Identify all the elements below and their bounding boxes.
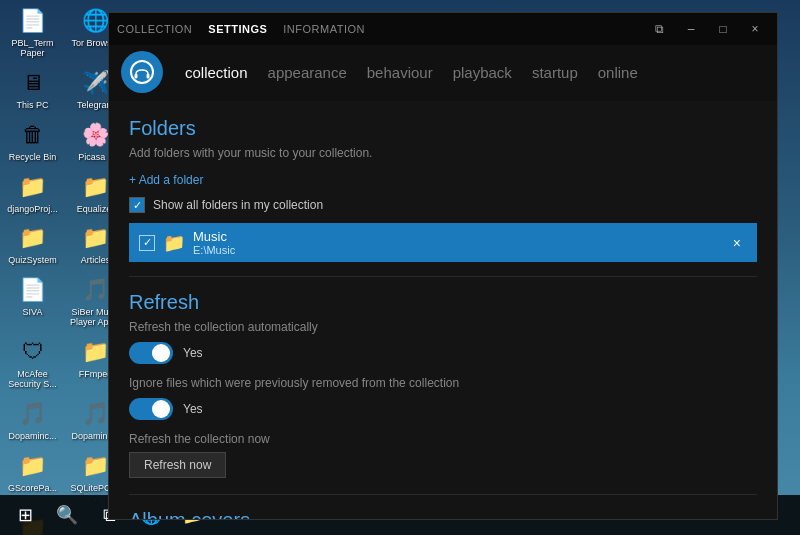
folder-name: Music — [193, 229, 727, 244]
headphones-icon — [129, 59, 155, 85]
folders-section: Folders Add folders with your music to y… — [129, 117, 757, 262]
auto-refresh-desc: Refresh the collection automatically — [129, 320, 757, 334]
ignore-toggle-label: Yes — [183, 402, 203, 416]
folders-section-title: Folders — [129, 117, 757, 140]
tab-collection[interactable]: COLLECTION — [117, 23, 192, 35]
nav-item-online[interactable]: online — [588, 60, 648, 85]
folder-row-music[interactable]: 📁 Music E:\Music × — [129, 223, 757, 262]
title-bar-controls: ⧉ – □ × — [645, 19, 769, 39]
app-window: COLLECTION SETTINGS INFORMATION ⧉ – □ × — [108, 12, 778, 520]
auto-refresh-toggle[interactable] — [129, 342, 173, 364]
ignore-files-toggle[interactable] — [129, 398, 173, 420]
album-covers-section: Album covers Download missing album cove… — [129, 509, 757, 519]
show-all-checkbox[interactable] — [129, 197, 145, 213]
toggle-knob — [152, 344, 170, 362]
app-logo — [121, 51, 163, 93]
auto-refresh-toggle-row: Yes — [129, 342, 757, 364]
folder-checkbox[interactable] — [139, 235, 155, 251]
refresh-section-title: Refresh — [129, 291, 757, 314]
desktop-icon-siva[interactable]: 📄 SIVA — [5, 274, 60, 328]
nav-item-playback[interactable]: playback — [443, 60, 522, 85]
show-all-checkbox-row: Show all folders in my collection — [129, 197, 757, 213]
tab-settings[interactable]: SETTINGS — [208, 23, 267, 35]
desktop-icon-django[interactable]: 📁 djangoProj... — [5, 171, 60, 215]
svg-point-0 — [131, 61, 153, 83]
auto-refresh-toggle-label: Yes — [183, 346, 203, 360]
nav-item-startup[interactable]: startup — [522, 60, 588, 85]
svg-rect-1 — [135, 74, 138, 79]
app-nav: collection appearance behaviour playback… — [175, 60, 648, 85]
maximize-button[interactable]: □ — [709, 19, 737, 39]
close-button[interactable]: × — [741, 19, 769, 39]
toggle-knob-2 — [152, 400, 170, 418]
start-button[interactable]: ⊞ — [5, 495, 45, 535]
minimize-button[interactable]: – — [677, 19, 705, 39]
refresh-section: Refresh Refresh the collection automatic… — [129, 291, 757, 478]
nav-item-collection[interactable]: collection — [175, 60, 258, 85]
ignore-files-desc: Ignore files which were previously remov… — [129, 376, 757, 390]
refresh-now-wrap: Refresh the collection now Refresh now — [129, 432, 757, 478]
copy-button[interactable]: ⧉ — [645, 19, 673, 39]
folder-icon: 📁 — [163, 232, 185, 254]
title-bar-nav: COLLECTION SETTINGS INFORMATION — [117, 23, 365, 35]
desktop-icon-quiz-system[interactable]: 📁 QuizSystem — [5, 222, 60, 266]
svg-rect-2 — [147, 74, 150, 79]
title-bar: COLLECTION SETTINGS INFORMATION ⧉ – □ × — [109, 13, 777, 45]
folder-path: E:\Music — [193, 244, 727, 256]
desktop-icon-mcafee[interactable]: 🛡 McAfee Security S... — [5, 336, 60, 390]
section-divider-2 — [129, 494, 757, 495]
section-divider-1 — [129, 276, 757, 277]
desktop: 📄 PBL_Term Paper 🌐 Tor Browser 🖥 This PC… — [0, 0, 800, 535]
desktop-icon-recycle-bin[interactable]: 🗑 Recycle Bin — [5, 119, 60, 163]
nav-item-behaviour[interactable]: behaviour — [357, 60, 443, 85]
show-all-label: Show all folders in my collection — [153, 198, 323, 212]
app-content[interactable]: Folders Add folders with your music to y… — [109, 101, 777, 519]
nav-item-appearance[interactable]: appearance — [258, 60, 357, 85]
album-covers-title: Album covers — [129, 509, 757, 519]
desktop-icon-pbl-term-paper[interactable]: 📄 PBL_Term Paper — [5, 5, 60, 59]
refresh-now-button[interactable]: Refresh now — [129, 452, 226, 478]
tab-information[interactable]: INFORMATION — [283, 23, 365, 35]
ignore-files-toggle-row: Yes — [129, 398, 757, 420]
app-header: collection appearance behaviour playback… — [109, 45, 777, 101]
search-icon[interactable]: 🔍 — [47, 495, 87, 535]
refresh-now-label: Refresh the collection now — [129, 432, 757, 446]
desktop-icon-this-pc[interactable]: 🖥 This PC — [5, 67, 60, 111]
folders-section-desc: Add folders with your music to your coll… — [129, 146, 757, 160]
add-folder-link[interactable]: + Add a folder — [129, 173, 203, 187]
desktop-icon-dopaminc1[interactable]: 🎵 Dopaminc... — [5, 398, 60, 442]
desktop-icons-grid: 📄 PBL_Term Paper 🌐 Tor Browser 🖥 This PC… — [5, 5, 123, 535]
folder-remove-button[interactable]: × — [727, 233, 747, 253]
